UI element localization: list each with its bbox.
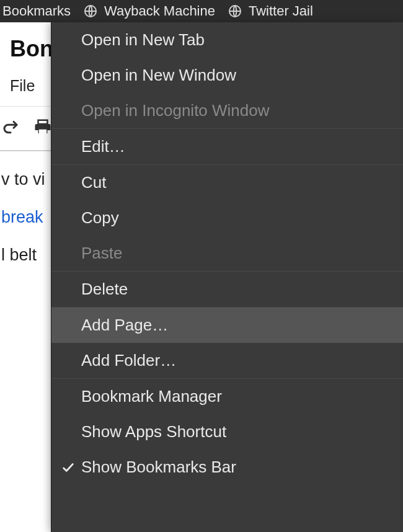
context-menu-item-label: Edit… (81, 137, 125, 156)
bookmark-item-twitter-jail[interactable]: Twitter Jail (228, 3, 313, 19)
context-menu-item-add-page[interactable]: Add Page… (51, 308, 403, 343)
context-menu-item-show-bookmarks-bar[interactable]: Show Bookmarks Bar (51, 450, 403, 485)
context-menu-item-open-in-new-tab[interactable]: Open in New Tab (51, 22, 403, 58)
context-menu-item-label: Paste (81, 244, 123, 263)
bookmark-item-wayback[interactable]: Wayback Machine (83, 3, 215, 19)
context-menu-item-label: Show Apps Shortcut (81, 422, 226, 441)
context-menu-item-add-folder[interactable]: Add Folder… (51, 343, 403, 378)
context-menu-item-open-in-new-window[interactable]: Open in New Window (51, 58, 403, 93)
print-icon[interactable] (33, 118, 52, 139)
bookmark-item-label: Twitter Jail (249, 3, 313, 19)
context-menu-item-label: Open in Incognito Window (81, 101, 270, 120)
context-menu-item-label: Copy (81, 208, 119, 228)
menubar-bookmarks-label: Bookmarks (2, 3, 71, 19)
top-menubar: Bookmarks Wayback Machine Twitter Jail (0, 0, 403, 22)
context-menu-item-label: Add Page… (81, 316, 168, 335)
bookmark-item-label: Wayback Machine (104, 3, 215, 19)
globe-icon (83, 4, 98, 19)
context-menu-item-bookmark-manager[interactable]: Bookmark Manager (51, 379, 403, 414)
context-menu-item-label: Cut (81, 173, 106, 192)
globe-icon (228, 4, 242, 19)
context-menu-item-copy[interactable]: Copy (51, 200, 403, 236)
redo-icon[interactable] (1, 118, 20, 139)
context-menu-item-label: Open in New Tab (81, 30, 205, 50)
bookmark-context-menu: Open in New TabOpen in New WindowOpen in… (51, 22, 403, 532)
context-menu-item-label: Bookmark Manager (81, 387, 222, 406)
context-menu-item-paste: Paste (51, 236, 403, 271)
context-menu-item-edit[interactable]: Edit… (51, 129, 403, 164)
context-menu-item-cut[interactable]: Cut (51, 165, 403, 200)
menubar-bookmarks[interactable]: Bookmarks (2, 3, 71, 19)
checkmark-icon (60, 459, 76, 476)
context-menu-item-open-in-incognito-window: Open in Incognito Window (51, 93, 403, 128)
context-menu-item-delete[interactable]: Delete (51, 272, 403, 307)
context-menu-item-show-apps-shortcut[interactable]: Show Apps Shortcut (51, 414, 403, 450)
context-menu-item-label: Delete (81, 280, 128, 299)
context-menu-item-label: Open in New Window (81, 66, 236, 85)
context-menu-item-label: Show Bookmarks Bar (81, 458, 236, 477)
svg-rect-2 (39, 130, 47, 135)
context-menu-item-label: Add Folder… (81, 351, 176, 370)
